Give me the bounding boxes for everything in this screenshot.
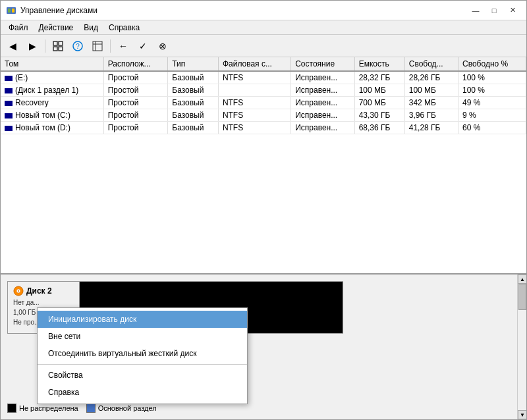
context-menu-item[interactable]: Справка bbox=[38, 384, 247, 401]
toolbar: ◀ ▶ ? ← ✓ ⊗ bbox=[1, 35, 526, 57]
right-scrollbar: ▲ ▼ bbox=[517, 275, 526, 419]
disk2-title: Диск 2 bbox=[13, 286, 74, 296]
scroll-track bbox=[518, 284, 526, 410]
toolbar-check[interactable]: ✓ bbox=[134, 38, 152, 55]
title-bar: Управление дисками — □ ✕ bbox=[1, 1, 526, 20]
menu-file[interactable]: Файл bbox=[3, 22, 34, 34]
legend-primary: Основной раздел bbox=[86, 404, 157, 413]
close-button[interactable]: ✕ bbox=[504, 4, 521, 17]
col-header-free: Свобод... bbox=[404, 57, 458, 71]
toolbar-separator-2 bbox=[110, 39, 111, 53]
svg-rect-5 bbox=[53, 47, 57, 51]
toolbar-cancel[interactable]: ⊗ bbox=[153, 38, 172, 55]
toolbar-arrow[interactable]: ← bbox=[114, 38, 132, 55]
toolbar-back[interactable]: ◀ bbox=[3, 38, 22, 55]
svg-rect-3 bbox=[53, 41, 57, 45]
legend-unallocated: Не распределена bbox=[7, 404, 78, 413]
toolbar-separator-1 bbox=[45, 39, 45, 53]
menu-action[interactable]: Действие bbox=[34, 22, 79, 34]
col-header-status: Состояние bbox=[291, 57, 354, 71]
context-menu-item[interactable]: Инициализировать диск bbox=[38, 311, 247, 328]
maximize-button[interactable]: □ bbox=[485, 4, 503, 17]
col-header-capacity: Емкость bbox=[354, 57, 404, 71]
disk-table: Том Располож... Тип Файловая с... Состоя… bbox=[1, 57, 526, 134]
table-row[interactable]: (Диск 1 раздел 1)ПростойБазовыйИсправен.… bbox=[1, 84, 526, 97]
row-disk-icon bbox=[5, 101, 13, 106]
context-menu-item[interactable]: Свойства bbox=[38, 367, 247, 384]
row-disk-icon bbox=[5, 126, 13, 131]
legend-unallocated-box bbox=[7, 404, 16, 413]
help-icon: ? bbox=[72, 41, 83, 51]
table-icon bbox=[92, 41, 103, 51]
row-disk-icon bbox=[5, 76, 13, 81]
bottom-panel: Диск 2 Нет да... 1,00 ГБ Не про... Иници… bbox=[1, 275, 526, 419]
disk-icon bbox=[13, 286, 24, 296]
context-menu: Инициализировать дискВне сетиОтсоединить… bbox=[37, 307, 248, 404]
toolbar-forward[interactable]: ▶ bbox=[23, 38, 42, 55]
app-icon bbox=[6, 5, 16, 16]
disk2-name: Диск 2 bbox=[26, 286, 52, 296]
col-header-name: Том bbox=[1, 57, 103, 71]
row-disk-icon bbox=[5, 113, 13, 118]
legend-unallocated-label: Не распределена bbox=[19, 404, 78, 412]
disk2-info1: Нет да... bbox=[13, 299, 74, 306]
table-row[interactable]: Новый том (D:)ПростойБазовыйNTFSИсправен… bbox=[1, 122, 526, 134]
table-row[interactable]: RecoveryПростойБазовыйNTFSИсправен...700… bbox=[1, 97, 526, 109]
svg-rect-4 bbox=[59, 41, 63, 45]
svg-rect-6 bbox=[59, 47, 63, 51]
svg-rect-2 bbox=[12, 9, 14, 13]
context-menu-separator bbox=[38, 364, 247, 365]
toolbar-help[interactable]: ? bbox=[69, 38, 87, 55]
top-panel: Том Располож... Тип Файловая с... Состоя… bbox=[1, 57, 526, 275]
title-bar-left: Управление дисками bbox=[6, 5, 97, 16]
toolbar-grid[interactable] bbox=[49, 38, 67, 55]
table-row[interactable]: (E:)ПростойБазовыйNTFSИсправен...28,32 Г… bbox=[1, 71, 526, 84]
col-header-type: Тип bbox=[168, 57, 219, 71]
legend-primary-label: Основной раздел bbox=[98, 404, 157, 412]
svg-point-14 bbox=[18, 290, 19, 292]
grid-icon bbox=[53, 41, 63, 51]
toolbar-table[interactable] bbox=[88, 38, 107, 55]
title-controls: — □ ✕ bbox=[467, 4, 521, 17]
menu-bar: Файл Действие Вид Справка bbox=[1, 20, 526, 35]
main-window: Управление дисками — □ ✕ Файл Действие В… bbox=[0, 0, 527, 420]
col-header-location: Располож... bbox=[103, 57, 168, 71]
row-disk-icon bbox=[5, 88, 13, 93]
svg-rect-9 bbox=[93, 41, 102, 51]
menu-view[interactable]: Вид bbox=[78, 22, 103, 34]
context-menu-item[interactable]: Отсоединить виртуальный жесткий диск bbox=[38, 345, 247, 362]
table-row[interactable]: Новый том (C:)ПростойБазовыйNTFSИсправен… bbox=[1, 109, 526, 122]
svg-text:?: ? bbox=[76, 43, 80, 50]
window-title: Управление дисками bbox=[20, 6, 97, 15]
legend: Не распределена Основной раздел bbox=[7, 404, 157, 413]
main-content: Том Располож... Тип Файловая с... Состоя… bbox=[1, 57, 526, 419]
scroll-down-arrow[interactable]: ▼ bbox=[518, 410, 526, 419]
scroll-thumb[interactable] bbox=[518, 284, 526, 310]
menu-help[interactable]: Справка bbox=[103, 22, 145, 34]
col-header-fs: Файловая с... bbox=[218, 57, 291, 71]
col-header-free-pct: Свободно % bbox=[458, 57, 526, 71]
scroll-up-arrow[interactable]: ▲ bbox=[518, 275, 526, 284]
legend-primary-box bbox=[86, 404, 96, 413]
svg-rect-1 bbox=[8, 9, 11, 13]
context-menu-item[interactable]: Вне сети bbox=[38, 328, 247, 345]
minimize-button[interactable]: — bbox=[467, 4, 484, 17]
